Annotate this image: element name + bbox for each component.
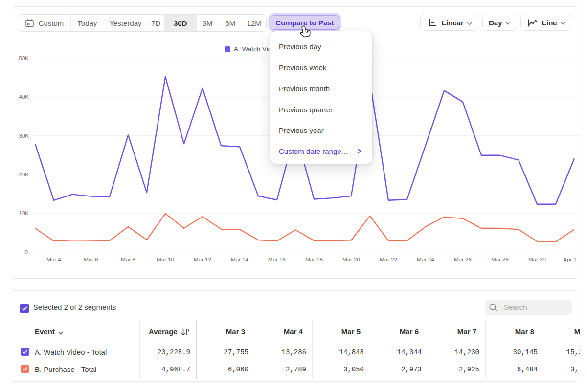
svg-text:Mar 18: Mar 18: [305, 257, 323, 262]
svg-text:Mar 12: Mar 12: [194, 257, 211, 262]
svg-text:40K: 40K: [19, 94, 29, 100]
svg-text:20K: 20K: [19, 172, 29, 177]
svg-text:Mar 4: Mar 4: [46, 257, 61, 262]
svg-text:Mar 30: Mar 30: [528, 257, 546, 262]
svg-text:Mar 10: Mar 10: [157, 257, 174, 262]
svg-text:Mar 24: Mar 24: [417, 257, 434, 262]
svg-text:Mar 26: Mar 26: [454, 257, 472, 262]
svg-text:30K: 30K: [19, 133, 29, 139]
svg-text:Mar 14: Mar 14: [231, 257, 248, 262]
svg-text:Mar 6: Mar 6: [84, 257, 98, 262]
svg-text:50K: 50K: [19, 55, 29, 61]
svg-text:Mar 22: Mar 22: [380, 257, 397, 262]
svg-text:Mar 28: Mar 28: [491, 257, 509, 262]
svg-text:0: 0: [25, 249, 28, 255]
svg-text:Apr 1: Apr 1: [563, 257, 577, 262]
svg-text:10K: 10K: [19, 210, 29, 216]
svg-text:Mar 8: Mar 8: [121, 257, 135, 262]
svg-text:Mar 20: Mar 20: [342, 257, 360, 262]
svg-text:Mar 16: Mar 16: [268, 257, 286, 262]
